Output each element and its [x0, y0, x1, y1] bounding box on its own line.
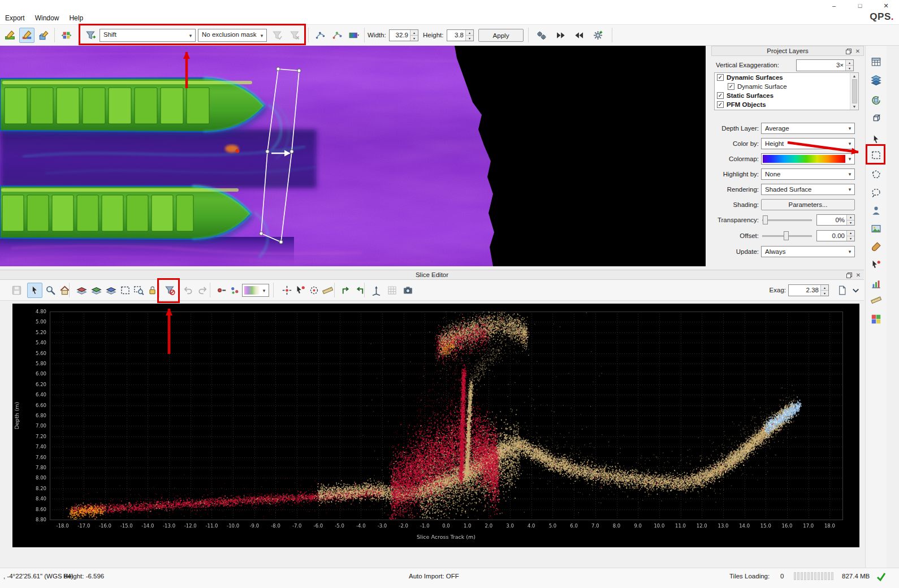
rewind-icon[interactable]: [572, 28, 587, 43]
height-spinner[interactable]: 3.8 ▴▾: [447, 29, 474, 41]
lock-icon[interactable]: [145, 283, 160, 298]
lasso-select-icon[interactable]: [868, 185, 884, 200]
rect-select-icon[interactable]: [868, 148, 884, 163]
close-panel-icon[interactable]: ✕: [854, 271, 863, 279]
corner-arrow-right-icon[interactable]: [352, 283, 368, 298]
shading-parameters-button[interactable]: Parameters...: [761, 199, 855, 210]
layer-row-static-surfaces[interactable]: ✓ Static Surfaces: [715, 91, 858, 100]
zoom-tool-icon[interactable]: [43, 283, 58, 298]
snapshot-icon[interactable]: [400, 283, 416, 298]
width-spinner[interactable]: 32.9 ▴▾: [389, 29, 418, 41]
offset-spinner[interactable]: 0.00▴▾: [816, 230, 855, 241]
auto-process-icon[interactable]: [590, 28, 606, 43]
slider-thumb[interactable]: [763, 215, 768, 224]
zoom-region-icon[interactable]: [131, 283, 146, 298]
chart-view-icon[interactable]: [868, 276, 884, 292]
spin-buttons[interactable]: ▴▾: [846, 215, 854, 225]
surface-green-icon[interactable]: [89, 283, 104, 298]
colormap-grid-icon[interactable]: [868, 312, 884, 327]
minimize-button[interactable]: –: [821, 0, 847, 11]
spin-buttons[interactable]: ▴▾: [846, 231, 854, 241]
more-options-icon[interactable]: [848, 283, 863, 298]
apply-button[interactable]: Apply: [478, 29, 524, 42]
fast-forward-icon[interactable]: [553, 28, 568, 43]
image-view-icon[interactable]: [868, 221, 884, 236]
exclusion-mask-select[interactable]: No exclusion mask ▾: [198, 29, 267, 42]
slice-plot[interactable]: [12, 304, 859, 547]
select-profile-tool-icon[interactable]: [2, 28, 18, 43]
spin-buttons[interactable]: ▴▾: [465, 30, 473, 41]
interaction-mode-select[interactable]: Shift ▾: [100, 29, 196, 42]
slice-editor-tool-icon[interactable]: [19, 28, 34, 43]
selection-node[interactable]: [290, 150, 293, 153]
checkbox-checked-icon[interactable]: ✓: [717, 92, 724, 99]
exclusion-filter-icon[interactable]: [83, 28, 98, 43]
vertical-exaggeration-spinner[interactable]: 3× ▴▾: [796, 59, 854, 71]
cursor-select-icon[interactable]: [868, 132, 884, 147]
exag-spinner[interactable]: 2.38 ▴▾: [788, 284, 829, 296]
spin-buttons[interactable]: ▴▾: [410, 30, 418, 41]
scene-view[interactable]: [0, 46, 706, 266]
dotted-select-icon[interactable]: [118, 283, 133, 298]
highlight-by-select[interactable]: None▾: [761, 168, 855, 180]
ruler-icon[interactable]: [320, 283, 335, 298]
cursor-tool-icon[interactable]: [27, 283, 42, 298]
new-view-icon[interactable]: [835, 283, 850, 298]
float-panel-icon[interactable]: [844, 47, 853, 55]
float-panel-icon[interactable]: [845, 271, 854, 279]
ruler-tool-icon[interactable]: [868, 292, 884, 308]
poly-select-icon[interactable]: [868, 167, 884, 182]
surface-blue-icon[interactable]: [103, 283, 119, 298]
depth-layer-select[interactable]: Average▾: [761, 123, 855, 134]
selection-node[interactable]: [260, 232, 263, 235]
brush-tool-icon[interactable]: [868, 239, 884, 254]
processing-settings-icon[interactable]: [534, 28, 549, 43]
offset-slider[interactable]: [762, 230, 812, 241]
spline-points-icon[interactable]: [313, 28, 328, 43]
layer-row-dynamic-surfaces[interactable]: ✓ Dynamic Surfaces: [715, 73, 858, 82]
pick-arrow-icon[interactable]: [293, 283, 308, 298]
spin-buttons[interactable]: ▴▾: [820, 285, 828, 296]
layers-view-icon[interactable]: [868, 72, 884, 88]
colormap-select[interactable]: ▾: [761, 153, 855, 165]
profile-view-icon[interactable]: [868, 203, 884, 218]
menu-export[interactable]: Export: [0, 14, 30, 22]
reject-filter-icon[interactable]: [162, 283, 178, 298]
transparency-spinner[interactable]: 0%▴▾: [816, 214, 855, 226]
home-view-icon[interactable]: [57, 283, 72, 298]
checkbox-checked-icon[interactable]: ✓: [717, 101, 724, 108]
selection-node[interactable]: [276, 67, 280, 71]
surface-red-icon[interactable]: [74, 283, 89, 298]
point-reject-icon[interactable]: [214, 283, 229, 298]
update-select[interactable]: Always▾: [761, 246, 855, 257]
pick-tool-icon[interactable]: [868, 257, 884, 273]
checkbox-checked-icon[interactable]: ✓: [717, 74, 724, 81]
color-by-select[interactable]: Height▾: [761, 138, 855, 149]
slice-colormap-select[interactable]: ▾: [242, 284, 269, 297]
corner-arrow-left-icon[interactable]: [338, 283, 353, 298]
pick-point-icon[interactable]: [279, 283, 295, 298]
rendering-select[interactable]: Shaded Surface▾: [761, 184, 855, 195]
tree-scrollbar[interactable]: ▲▼: [850, 73, 858, 110]
mini-colormap-icon[interactable]: [347, 28, 362, 43]
slider-thumb[interactable]: [784, 231, 789, 240]
maximize-button[interactable]: □: [847, 0, 873, 11]
pick-circle-icon[interactable]: [306, 283, 322, 298]
transparency-slider[interactable]: [762, 214, 812, 226]
selection-node[interactable]: [297, 69, 301, 72]
rotate-3d-icon[interactable]: [868, 93, 884, 108]
layer-row-pfm-objects[interactable]: ✓ PFM Objects: [715, 100, 858, 109]
requeue-surfaces-icon[interactable]: [59, 28, 74, 43]
menu-help[interactable]: Help: [64, 14, 88, 22]
table-view-icon[interactable]: [868, 54, 884, 70]
close-button[interactable]: ✕: [873, 0, 899, 11]
point-color-icon[interactable]: [227, 283, 243, 298]
close-panel-icon[interactable]: ✕: [853, 47, 862, 55]
axes-3d-icon[interactable]: [369, 283, 384, 298]
checkbox-checked-icon[interactable]: ✓: [728, 83, 734, 90]
box-3d-icon[interactable]: [868, 111, 884, 126]
menu-window[interactable]: Window: [30, 14, 64, 22]
selection-node[interactable]: [279, 240, 283, 244]
slice-3d-tool-icon[interactable]: [36, 28, 51, 43]
spline-color-icon[interactable]: [330, 28, 345, 43]
